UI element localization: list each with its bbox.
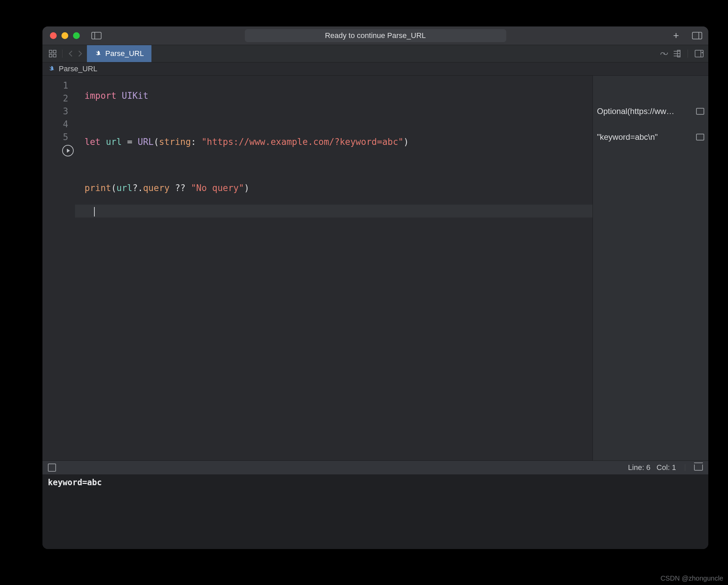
toggle-debug-area-icon[interactable]: [694, 465, 703, 471]
cursor-line: Line: 6: [628, 463, 650, 472]
result-text: "keyword=abc\n": [597, 131, 658, 144]
line-gutter[interactable]: 1 2 3 4 5: [42, 76, 75, 460]
code-line: import UIKit: [75, 89, 593, 102]
svg-rect-12: [695, 50, 703, 57]
divider: [685, 464, 685, 471]
breadcrumb-label: Parse_URL: [59, 64, 97, 73]
watermark-text: CSDN @zhonguncle: [660, 574, 723, 582]
code-line: print(url?.query ?? "No query"): [75, 182, 593, 194]
nav-back-icon[interactable]: [68, 50, 74, 57]
activity-title-text: Ready to continue Parse_URL: [325, 31, 426, 40]
tab-label: Parse_URL: [105, 49, 144, 58]
result-row: [593, 92, 708, 105]
nav-forward-icon[interactable]: [77, 50, 83, 57]
breadcrumb-bar[interactable]: Parse_URL: [42, 62, 708, 76]
code-line-current: [75, 205, 593, 218]
code-line: let url = URL(string: "https://www.examp…: [75, 135, 593, 148]
related-items-icon[interactable]: [49, 50, 57, 58]
titlebar: Ready to continue Parse_URL +: [42, 26, 708, 45]
minimize-window-button[interactable]: [61, 32, 68, 39]
debug-bar: Line: 6 Col: 1: [42, 460, 708, 474]
editor-pane: 1 2 3 4 5 import UIKit let url = URL(str…: [42, 76, 593, 460]
result-text: Optional(https://ww…: [597, 105, 674, 118]
code-editor[interactable]: import UIKit let url = URL(string: "http…: [75, 76, 593, 460]
svg-rect-2: [692, 32, 702, 39]
toggle-output-icon[interactable]: [48, 464, 56, 472]
cursor-col: Col: 1: [657, 463, 676, 472]
close-window-button[interactable]: [50, 32, 57, 39]
swift-icon: [48, 65, 55, 73]
line-number: 3: [42, 105, 75, 118]
adjust-editor-icon[interactable]: [673, 50, 681, 57]
titlebar-right: +: [672, 31, 702, 40]
toggle-sidebar-icon[interactable]: [91, 32, 102, 39]
tab-active[interactable]: Parse_URL: [87, 45, 151, 62]
editor-area: 1 2 3 4 5 import UIKit let url = URL(str…: [42, 76, 708, 460]
quicklook-icon[interactable]: [696, 134, 704, 140]
add-editor-icon[interactable]: [695, 50, 704, 57]
tabbar-right: [660, 45, 708, 62]
result-row[interactable]: "keyword=abc\n": [593, 131, 708, 144]
activity-title[interactable]: Ready to continue Parse_URL: [245, 29, 506, 42]
svg-rect-6: [49, 54, 52, 57]
zoom-window-button[interactable]: [73, 32, 80, 39]
console-text: keyword=abc: [48, 478, 102, 487]
swift-icon: [94, 50, 102, 57]
svg-rect-7: [53, 54, 56, 57]
traffic-lights: [50, 32, 80, 39]
svg-rect-0: [92, 32, 101, 39]
tabbar: Parse_URL: [42, 45, 708, 62]
line-number: 2: [42, 92, 75, 105]
text-cursor: [94, 207, 95, 216]
console-output[interactable]: keyword=abc: [42, 474, 708, 549]
result-row: [593, 79, 708, 92]
results-sidebar: Optional(https://ww… "keyword=abc\n": [593, 76, 708, 460]
line-number: 1: [42, 79, 75, 92]
result-row[interactable]: Optional(https://ww…: [593, 105, 708, 118]
xcode-window: Ready to continue Parse_URL +: [42, 26, 708, 549]
result-row: [593, 118, 708, 131]
divider: [688, 50, 688, 58]
code-line: [75, 158, 593, 171]
svg-rect-5: [53, 50, 56, 53]
line-number: 4: [42, 118, 75, 131]
add-button[interactable]: +: [672, 31, 680, 40]
toggle-preview-icon[interactable]: [660, 50, 669, 57]
code-line: [75, 112, 593, 125]
run-line-button[interactable]: [62, 145, 74, 156]
divider: [62, 50, 62, 58]
toggle-inspector-icon[interactable]: [692, 32, 702, 39]
tabbar-nav: [42, 45, 87, 62]
cursor-status: Line: 6 Col: 1: [628, 463, 703, 472]
line-number: 5: [42, 131, 75, 144]
quicklook-icon[interactable]: [696, 108, 704, 115]
svg-rect-4: [49, 50, 52, 53]
